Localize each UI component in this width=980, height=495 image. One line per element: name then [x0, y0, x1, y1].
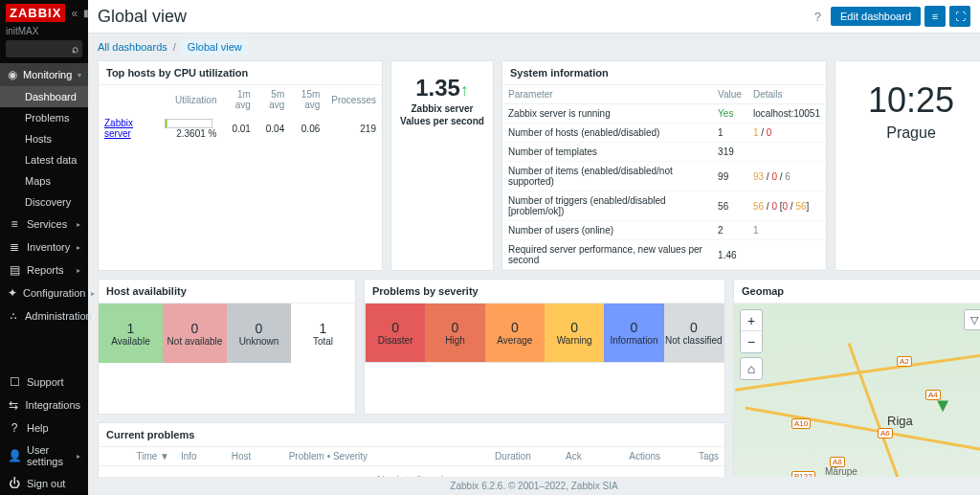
home-button[interactable]: ⌂ — [741, 358, 762, 379]
table-row: Zabbix server 2.3601 % 0.010.040.06219 — [99, 114, 382, 143]
widget-title: Top hosts by CPU utilization — [99, 61, 382, 85]
zoom-in-button[interactable]: + — [741, 310, 762, 331]
home-controls: ⌂ — [740, 357, 763, 380]
clock-city: Prague — [839, 124, 980, 142]
actions-menu-button[interactable]: ≡ — [924, 6, 946, 27]
sev-information: 0Information — [604, 304, 663, 362]
nav-maps[interactable]: Maps — [0, 170, 88, 191]
help-icon: ? — [8, 421, 21, 435]
search-input[interactable] — [6, 40, 82, 57]
zoom-controls: + − — [740, 309, 763, 353]
chevron-right-icon: ▸ — [77, 266, 80, 275]
col-time[interactable]: Time ▼ — [99, 447, 175, 465]
nav-sign-out[interactable]: ⏻Sign out — [0, 472, 88, 495]
breadcrumb-all[interactable]: All dashboards — [98, 41, 167, 53]
col-5m: 5m avg — [256, 85, 290, 114]
chevron-right-icon: ▸ — [77, 243, 80, 252]
col-problem[interactable]: Problem • Severity — [283, 447, 450, 465]
admin-icon: ⛬ — [8, 309, 19, 323]
nav-discovery[interactable]: Discovery — [0, 191, 88, 213]
page-header: Global view ? Edit dashboard ≡ ⛶ — [88, 0, 980, 34]
edit-dashboard-button[interactable]: Edit dashboard — [831, 7, 921, 26]
widget-geomap: Geomap A10 A8 P132 A6 A4 A2 Riga Mārupe — [733, 279, 980, 477]
widget-title: Geomap — [734, 280, 980, 304]
host-link[interactable]: Zabbix server — [104, 118, 133, 139]
geomap-canvas[interactable]: A10 A8 P132 A6 A4 A2 Riga Mārupe Baloži … — [734, 304, 980, 477]
widget-title: Current problems — [99, 423, 724, 447]
col-host[interactable]: Host — [226, 447, 283, 465]
col-util: Utilization — [147, 85, 222, 114]
col-1m: 1m avg — [222, 85, 256, 114]
avail-not-available: 0Not available — [163, 304, 227, 363]
sev-disaster: 0Disaster — [366, 304, 425, 362]
support-icon: ☐ — [8, 375, 21, 389]
integrations-icon: ⇆ — [8, 398, 20, 412]
map-marker-icon[interactable]: ▼ — [933, 394, 952, 416]
breadcrumb: All dashboards / Global view — [88, 34, 980, 60]
col-15m: 15m avg — [290, 85, 325, 114]
avail-unknown: 0Unknown — [227, 304, 291, 363]
widget-top-hosts: Top hosts by CPU utilization Utilization… — [98, 60, 383, 271]
logo[interactable]: ZABBIX — [6, 4, 65, 22]
nav-help[interactable]: ?Help — [0, 416, 88, 439]
page-title: Global view — [98, 7, 187, 27]
widget-current-problems: Current problems Time ▼ Info Host Proble… — [98, 422, 725, 478]
chevron-right-icon: ▸ — [77, 220, 80, 229]
col-actions[interactable]: Actions — [588, 447, 666, 465]
search-icon[interactable]: ⌕ — [72, 42, 78, 56]
nav-support[interactable]: ☐Support — [0, 371, 88, 394]
zoom-out-button[interactable]: − — [741, 331, 762, 352]
power-icon: ⏻ — [8, 477, 21, 490]
sev-warning: 0Warning — [545, 304, 604, 362]
fullscreen-button[interactable]: ⛶ — [949, 6, 970, 27]
vps-label: Zabbix server — [395, 103, 489, 114]
nav-problems[interactable]: Problems — [0, 107, 88, 128]
nav-hosts[interactable]: Hosts — [0, 128, 88, 149]
gear-icon: ✦ — [8, 286, 17, 300]
col-info[interactable]: Info — [175, 447, 226, 465]
collapse-icon[interactable]: « — [71, 7, 78, 20]
nav-reports[interactable]: ▤Reports▸ — [0, 259, 88, 281]
nav-administration[interactable]: ⛬Administration▸ — [0, 304, 88, 327]
inventory-icon: ≣ — [8, 240, 21, 254]
col-tags[interactable]: Tags — [666, 447, 724, 465]
sidebar: ZABBIX « ◧ initMAX ⌕ ◉Monitoring▾ Dashbo… — [0, 0, 88, 495]
widget-vps: 1.35↑ Zabbix server Values per second — [390, 60, 494, 271]
sev-high: 0High — [425, 304, 484, 362]
nav-user-settings[interactable]: 👤User settings▸ — [0, 439, 88, 472]
no-data-message: No data found. — [99, 465, 724, 478]
reports-icon: ▤ — [8, 263, 21, 277]
breadcrumb-current: Global view — [182, 39, 248, 55]
widget-system-info: System information ParameterValueDetails… — [501, 60, 827, 271]
util-bar — [166, 120, 167, 127]
tenant-label: initMAX — [0, 26, 88, 40]
avail-available: 1Available — [99, 304, 163, 363]
nav-monitoring[interactable]: ◉Monitoring▾ — [0, 63, 88, 86]
col-duration[interactable]: Duration — [449, 447, 537, 465]
nav-latest[interactable]: Latest data — [0, 149, 88, 170]
nav-configuration[interactable]: ✦Configuration▸ — [0, 281, 88, 304]
filter-button[interactable]: ▽ — [964, 309, 980, 330]
widget-title: Problems by severity — [365, 280, 724, 304]
arrow-up-icon: ↑ — [460, 80, 469, 100]
help-icon[interactable]: ? — [814, 10, 821, 24]
clock-time: 10:25 — [839, 80, 980, 121]
nav-integrations[interactable]: ⇆Integrations — [0, 394, 88, 416]
widget-clock: 10:25 Prague — [835, 60, 980, 271]
nav-services[interactable]: ≡Services▸ — [0, 213, 88, 236]
vps-value: 1.35 — [415, 75, 460, 101]
sev-average: 0Average — [485, 304, 545, 362]
sev-not-classified: 0Not classified — [664, 304, 724, 362]
chevron-down-icon: ▾ — [78, 71, 81, 79]
nav-inventory[interactable]: ≣Inventory▸ — [0, 236, 88, 259]
widget-title: Host availability — [99, 280, 355, 304]
widget-title: System information — [502, 61, 826, 85]
nav-dashboard[interactable]: Dashboard — [0, 86, 88, 107]
col-proc: Processes — [325, 85, 382, 114]
avail-total: 1Total — [291, 304, 355, 363]
vps-label2: Values per second — [395, 116, 489, 126]
eye-icon: ◉ — [8, 68, 17, 81]
widget-problems-severity: Problems by severity 0Disaster 0High 0Av… — [364, 279, 725, 415]
col-ack[interactable]: Ack — [537, 447, 588, 465]
user-icon: 👤 — [8, 449, 21, 462]
